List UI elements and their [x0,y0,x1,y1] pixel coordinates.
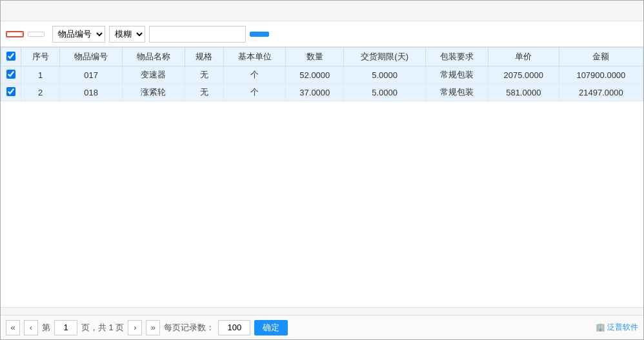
header-checkbox-cell [1,48,21,66]
cell-code: 018 [60,84,123,101]
header-name: 物品名称 [122,48,185,66]
cell-delivery: 5.0000 [344,66,426,84]
footer-confirm-button[interactable]: 确定 [254,320,288,335]
prev-page-button[interactable]: ‹ [24,320,38,335]
cell-spec: 无 [185,66,223,84]
close-button[interactable] [624,5,637,17]
cell-name: 变速器 [122,66,185,84]
confirm-button[interactable] [6,31,24,37]
cell-packing: 常规包装 [426,84,488,101]
cell-amount: 107900.0000 [559,66,643,84]
page-total-label: 页，共 1 页 [81,322,124,334]
header-spec: 规格 [185,48,223,66]
search-input[interactable] [149,26,246,43]
cancel-button[interactable] [28,32,45,37]
import-dialog: 物品编号 物品名称 规格 模糊 精确 序号 物品编号 物品名称 规格 [0,0,644,340]
cell-price: 581.0000 [488,84,559,101]
last-page-button[interactable]: » [146,320,160,335]
title-bar [1,1,643,21]
first-page-button[interactable]: « [6,320,20,335]
table-row: 2018涨紧轮无个37.00005.0000常规包装581.000021497.… [1,84,643,101]
page-prefix-label: 第 [42,322,50,334]
cell-seq: 1 [21,66,60,84]
header-seq: 序号 [21,48,60,66]
condition-select[interactable]: 物品编号 物品名称 规格 [52,26,105,43]
header-packing: 包装要求 [426,48,488,66]
toolbar: 物品编号 物品名称 规格 模糊 精确 [1,21,643,47]
next-page-button[interactable]: › [128,320,142,335]
cell-qty: 37.0000 [286,84,344,101]
logo-area: 🏢 泛普软件 [596,322,638,333]
cell-name: 涨紧轮 [122,84,185,101]
table-header-row: 序号 物品编号 物品名称 规格 基本单位 数量 交货期限(天) 包装要求 单价 … [1,48,643,66]
cell-amount: 21497.0000 [559,84,643,101]
row-checkbox[interactable] [6,70,15,79]
records-per-page-input[interactable] [218,320,250,335]
header-qty: 数量 [286,48,344,66]
cell-unit: 个 [223,66,286,84]
page-number-input[interactable] [54,320,77,335]
table-row: 1017变速器无个52.00005.0000常规包装2075.000010790… [1,66,643,84]
cell-price: 2075.0000 [488,66,559,84]
cell-code: 017 [60,66,123,84]
cell-spec: 无 [185,84,223,101]
horizontal-scrollbar[interactable] [1,307,643,315]
header-delivery: 交货期限(天) [344,48,426,66]
row-checkbox [1,84,21,101]
cell-qty: 52.0000 [286,66,344,84]
footer-bar: « ‹ 第 页，共 1 页 › » 每页记录数： 确定 🏢 泛普软件 [1,315,643,339]
header-unit: 基本单位 [223,48,286,66]
cell-unit: 个 [223,84,286,101]
cell-packing: 常规包装 [426,66,488,84]
table-container: 序号 物品编号 物品名称 规格 基本单位 数量 交货期限(天) 包装要求 单价 … [1,47,643,307]
row-checkbox [1,66,21,84]
data-table: 序号 物品编号 物品名称 规格 基本单位 数量 交货期限(天) 包装要求 单价 … [1,47,643,101]
select-all-checkbox[interactable] [6,52,15,61]
cell-delivery: 5.0000 [344,84,426,101]
cell-seq: 2 [21,84,60,101]
fuzzy-select[interactable]: 模糊 精确 [109,26,145,43]
header-price: 单价 [488,48,559,66]
row-checkbox[interactable] [6,87,15,96]
records-prefix-label: 每页记录数： [164,322,214,334]
logo-text: 🏢 泛普软件 [596,322,638,333]
query-button[interactable] [250,32,269,37]
header-code: 物品编号 [60,48,123,66]
header-amount: 金额 [559,48,643,66]
